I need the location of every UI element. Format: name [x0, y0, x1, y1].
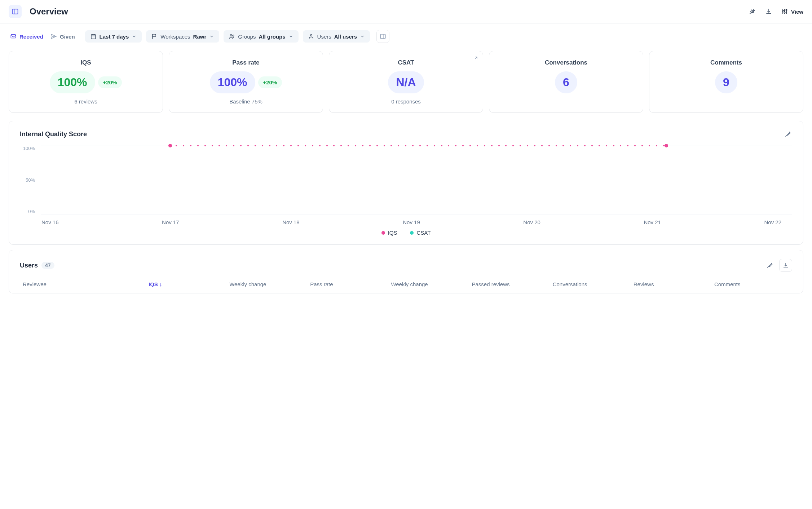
chart-panel-header: Internal Quality Score — [20, 130, 792, 138]
panel-left-icon — [12, 8, 19, 15]
chart-area: 100% 50% 0% — [20, 146, 792, 214]
pin-icon — [784, 130, 791, 138]
chart-title: Internal Quality Score — [20, 130, 87, 138]
col-reviewee[interactable]: Reviewee — [20, 279, 146, 289]
col-conversations[interactable]: Conversations — [550, 279, 631, 289]
filter-groups-value: All groups — [259, 34, 285, 40]
users-panel: Users 47 Reviewee IQS ↓ Weekly change Pa… — [9, 250, 803, 293]
panel-right-icon — [380, 33, 386, 40]
tab-received[interactable]: Received — [9, 30, 45, 43]
svg-point-5 — [782, 10, 783, 11]
svg-rect-15 — [380, 34, 385, 39]
card-conversations[interactable]: Conversations 6 — [489, 51, 643, 113]
topbar-left: Overview — [9, 5, 68, 18]
svg-point-13 — [233, 35, 234, 36]
users-title-wrap: Users 47 — [20, 262, 54, 269]
card-csat-expand[interactable] — [473, 56, 478, 61]
users-icon — [229, 33, 235, 40]
users-title: Users — [20, 262, 38, 269]
view-button[interactable]: View — [781, 8, 803, 15]
card-comments-value: 9 — [715, 71, 737, 93]
inbox-icon — [10, 33, 17, 40]
page-title: Overview — [30, 6, 68, 17]
legend-iqs[interactable]: IQS — [381, 230, 397, 236]
chevron-down-icon — [209, 34, 214, 39]
col-comments[interactable]: Comments — [711, 279, 792, 289]
users-table-head: Reviewee IQS ↓ Weekly change Pass rate W… — [20, 279, 792, 289]
card-csat-title: CSAT — [398, 59, 414, 66]
chart-x-ticks: Nov 16 Nov 17 Nov 18 Nov 19 Nov 20 Nov 2… — [20, 214, 792, 225]
filter-workspaces[interactable]: Workspaces Rawr — [146, 30, 219, 43]
sliders-icon — [781, 8, 788, 15]
chevron-down-icon — [360, 34, 365, 39]
card-pass-rate-value: 100% — [210, 71, 255, 93]
col-iqs-label: IQS — [149, 281, 158, 287]
x-tick: Nov 17 — [162, 219, 179, 225]
filter-users[interactable]: Users All users — [303, 30, 370, 43]
svg-point-12 — [230, 35, 232, 36]
col-reviews[interactable]: Reviews — [631, 279, 711, 289]
col-iqs[interactable]: IQS ↓ — [146, 279, 226, 289]
chart-grid — [41, 146, 792, 214]
card-pass-rate-sub: Baseline 75% — [229, 98, 262, 105]
users-count-badge: 47 — [41, 262, 54, 269]
download-icon — [765, 8, 772, 15]
x-tick: Nov 20 — [523, 219, 540, 225]
col-pass-rate[interactable]: Pass rate — [307, 279, 388, 289]
flag-icon — [151, 33, 158, 40]
filter-workspaces-value: Rawr — [193, 34, 207, 40]
metric-cards: IQS 100% +20% 6 reviews Pass rate 100% +… — [0, 46, 812, 116]
download-icon — [782, 262, 789, 269]
x-tick: Nov 21 — [644, 219, 661, 225]
card-comments[interactable]: Comments 9 — [649, 51, 803, 113]
users-pin-button[interactable] — [765, 261, 774, 270]
legend-dot-iqs — [381, 231, 385, 235]
pin-button[interactable] — [748, 7, 756, 16]
x-tick: Nov 19 — [403, 219, 420, 225]
filters-row: Received Given Last 7 days Workspaces Ra… — [0, 23, 812, 46]
y-tick: 50% — [20, 177, 37, 183]
card-conversations-value: 6 — [555, 71, 577, 93]
sort-arrow-down-icon: ↓ — [159, 281, 162, 287]
card-iqs-sub: 6 reviews — [74, 98, 97, 105]
tab-given[interactable]: Given — [49, 30, 76, 43]
card-pass-rate-delta: +20% — [258, 76, 282, 88]
topbar-right: View — [748, 7, 803, 16]
legend-csat[interactable]: CSAT — [410, 230, 431, 236]
topbar: Overview View — [0, 0, 812, 23]
card-csat-value: N/A — [388, 71, 424, 93]
chart-pin-button[interactable] — [784, 130, 792, 138]
col-weekly-change-1[interactable]: Weekly change — [226, 279, 307, 289]
filter-groups[interactable]: Groups All groups — [224, 30, 298, 43]
chart-y-ticks: 100% 50% 0% — [20, 146, 37, 214]
legend-dot-csat — [410, 231, 414, 235]
x-tick: Nov 16 — [41, 219, 59, 225]
y-tick: 0% — [20, 209, 37, 214]
svg-rect-0 — [13, 9, 18, 14]
filter-users-value: All users — [334, 34, 357, 40]
legend-iqs-label: IQS — [388, 230, 397, 236]
filter-date[interactable]: Last 7 days — [85, 30, 142, 43]
filter-date-label: Last 7 days — [100, 34, 129, 40]
sidebar-toggle-button[interactable] — [9, 5, 22, 18]
card-iqs[interactable]: IQS 100% +20% 6 reviews — [9, 51, 163, 113]
card-pass-rate-row: 100% +20% — [210, 71, 282, 93]
download-button[interactable] — [764, 7, 773, 16]
col-weekly-change-2[interactable]: Weekly change — [388, 279, 469, 289]
tab-given-label: Given — [60, 34, 75, 40]
view-label: View — [791, 9, 803, 15]
col-passed-reviews[interactable]: Passed reviews — [469, 279, 550, 289]
card-conversations-title: Conversations — [545, 59, 587, 66]
users-download-button[interactable] — [779, 259, 792, 272]
card-csat[interactable]: CSAT N/A 0 responses — [329, 51, 483, 113]
card-pass-rate[interactable]: Pass rate 100% +20% Baseline 75% — [169, 51, 323, 113]
arrow-up-right-icon — [473, 56, 478, 61]
filter-workspaces-label: Workspaces — [160, 34, 190, 40]
panel-toggle-button[interactable] — [376, 30, 389, 43]
calendar-icon — [90, 33, 97, 40]
users-panel-header: Users 47 — [20, 259, 792, 272]
y-tick: 100% — [20, 146, 37, 151]
card-iqs-row: 100% +20% — [50, 71, 122, 93]
svg-rect-8 — [91, 35, 96, 39]
chart-panel: Internal Quality Score 100% 50% 0% Nov 1… — [9, 121, 803, 245]
